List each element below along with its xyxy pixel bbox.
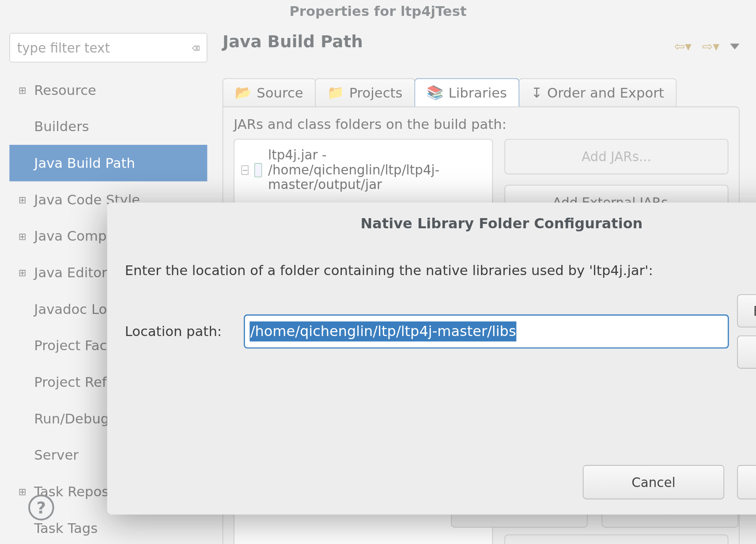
sidebar-item-builders[interactable]: Builders xyxy=(9,108,207,145)
sidebar-item-java-build-path[interactable]: Java Build Path xyxy=(9,145,207,181)
filter-field[interactable]: ⌫ xyxy=(9,33,207,63)
tab-libraries[interactable]: 📚Libraries xyxy=(414,78,519,106)
sidebar-item-label: Java Editor xyxy=(30,265,107,280)
clear-filter-icon[interactable]: ⌫ xyxy=(192,40,200,55)
back-icon[interactable]: ⇦▾ xyxy=(674,39,692,53)
location-path-label: Location path: xyxy=(125,324,236,339)
expand-icon[interactable]: ⊞ xyxy=(15,194,30,205)
sidebar-item-resource[interactable]: ⊞Resource xyxy=(9,72,207,109)
tab-label: Source xyxy=(257,85,303,101)
tab-icon: 📚 xyxy=(427,85,444,101)
jar-entry-row[interactable]: − ltp4j.jar - /home/qichenglin/ltp/ltp4j… xyxy=(239,144,488,196)
tab-source[interactable]: 📂Source xyxy=(223,78,316,106)
help-icon[interactable]: ? xyxy=(28,495,54,521)
window-title: Properties for ltp4jTest xyxy=(0,0,756,23)
page-title: Java Build Path xyxy=(223,32,740,51)
forward-icon[interactable]: ⇨▾ xyxy=(702,39,719,53)
dialog-ok-button[interactable]: OK xyxy=(737,465,756,499)
location-path-value: /home/qichenglin/ltp/ltp4j-master/libs xyxy=(249,321,517,341)
expand-icon[interactable]: ⊞ xyxy=(15,230,30,242)
filter-input[interactable] xyxy=(17,40,192,55)
tab-icon: 📁 xyxy=(327,85,344,101)
expand-icon[interactable]: ⊞ xyxy=(15,267,30,278)
workspace-button[interactable]: Workspace... xyxy=(737,336,756,369)
expand-icon[interactable]: ⊞ xyxy=(15,84,30,95)
tab-icon: 📂 xyxy=(235,85,252,101)
add-jars-button: Add JARs... xyxy=(505,139,729,174)
menu-dropdown-icon[interactable] xyxy=(730,43,739,49)
page-toolbar: ⇦▾ ⇨▾ xyxy=(674,39,740,53)
sidebar-item-label: Resource xyxy=(30,83,96,98)
tab-projects[interactable]: 📁Projects xyxy=(315,78,415,106)
sidebar-item-label: Builders xyxy=(30,119,89,134)
dialog-title: Native Library Folder Configuration xyxy=(125,215,756,232)
tab-order-and-export[interactable]: ↧Order and Export xyxy=(519,78,677,106)
collapse-toggle-icon[interactable]: − xyxy=(242,165,249,174)
jar-icon xyxy=(254,163,262,177)
location-path-input[interactable]: /home/qichenglin/ltp/ltp4j-master/libs xyxy=(244,314,729,348)
external-folder-button[interactable]: External Folder... xyxy=(737,295,756,328)
dialog-description: Enter the location of a folder containin… xyxy=(125,263,756,278)
sidebar-item-label: Java Build Path xyxy=(30,155,135,171)
dialog-cancel-button[interactable]: Cancel xyxy=(583,465,724,499)
tab-label: Order and Export xyxy=(547,85,664,101)
native-library-dialog: Native Library Folder Configuration Ente… xyxy=(107,203,756,515)
tab-label: Libraries xyxy=(449,85,507,101)
panel-description: JARs and class folders on the build path… xyxy=(234,117,728,132)
jar-entry-text: ltp4j.jar - /home/qichenglin/ltp/ltp4j-m… xyxy=(268,148,485,192)
tab-label: Projects xyxy=(349,85,403,101)
tab-icon: ↧ xyxy=(531,85,543,101)
sidebar-item-label: Server xyxy=(30,447,79,463)
